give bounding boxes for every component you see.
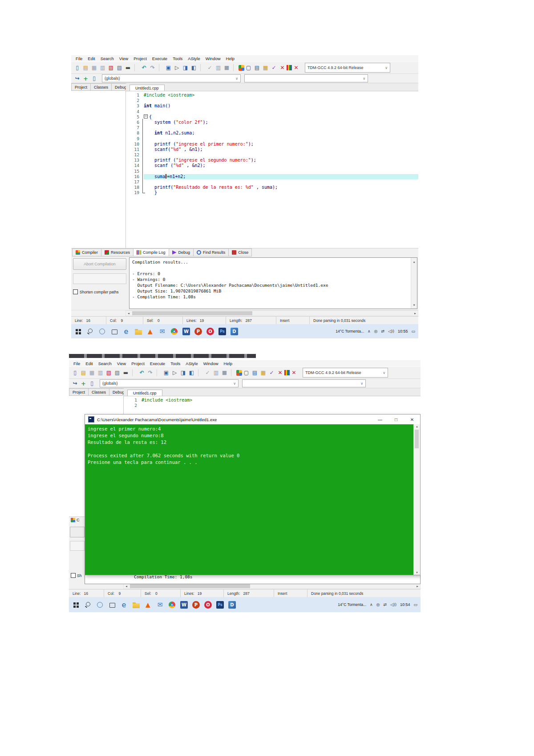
save-all-icon[interactable]: ▥ [96,369,105,377]
tray-chevron-icon[interactable]: ∧ [370,602,373,607]
add-item-icon[interactable]: + [81,74,90,82]
compiler-profile-select[interactable]: TDM-GCC 4.9.2 64-bit Release ∨ [305,63,390,73]
task-view-icon[interactable] [108,325,120,337]
code-line[interactable]: 4 [126,109,418,114]
menu-item[interactable]: Edit [83,361,95,366]
abort-icon[interactable]: ■ [222,64,231,72]
search-icon[interactable] [84,325,96,337]
scroll-down-icon[interactable]: ▼ [416,571,418,574]
redo-icon[interactable]: ↷ [148,64,157,72]
abort-icon[interactable]: ■ [220,369,229,377]
fullscreen-icon[interactable]: ▢ [244,64,253,72]
file-explorer-icon[interactable] [132,325,144,337]
code-line[interactable]: 13 printf ("ingrese el segundo numero:")… [126,158,418,163]
menu-item[interactable]: Project [129,361,147,366]
delete-profiling-icon[interactable]: ✕ [290,369,298,377]
clock[interactable]: 10:54 [400,602,410,607]
print-icon[interactable]: ▬ [124,64,132,72]
volume-icon[interactable]: ◁)) [390,602,396,607]
run-icon[interactable]: ▷ [173,64,181,72]
editor-tab-untitled1[interactable]: Untitled1.cpp [127,390,162,396]
menu-item[interactable]: View [114,361,129,366]
menu-item[interactable]: Window [203,56,223,61]
edge-icon[interactable]: e [120,325,132,337]
cortana-icon[interactable] [94,599,106,611]
new-source-icon[interactable]: ▯ [71,369,79,377]
volume-icon[interactable]: ◁)) [388,329,394,333]
print-icon[interactable]: ▬ [121,369,130,377]
scroll-left-icon[interactable]: ◄ [125,585,128,588]
scrollbar-thumb[interactable] [415,430,419,448]
close-button[interactable]: ✕ [404,415,420,424]
menu-item[interactable]: Project [131,56,150,61]
rebuild-icon[interactable]: ◧ [190,64,198,72]
code-line[interactable]: 10 printf ("ingrese el primer numero:"); [126,142,418,147]
toolbar-icon[interactable] [132,369,136,376]
redo-icon[interactable]: ↷ [146,369,154,377]
log-vertical-scrollbar[interactable]: ▲ ▼ [411,258,417,309]
code-line[interactable]: 3 int main() [126,103,418,109]
mail-icon[interactable]: ✉ [156,325,168,337]
photoshop-icon[interactable]: Ps [216,325,228,337]
scroll-right-icon[interactable]: ► [416,585,419,588]
network-icon[interactable]: ⇄ [381,329,384,333]
profile-icon[interactable]: ▥ [212,369,220,377]
minimize-all-icon[interactable]: ▦ [261,64,270,72]
cortana-icon[interactable] [96,325,108,337]
scrollbar-thumb[interactable] [130,584,250,588]
close-file-icon[interactable]: ▧ [105,369,113,377]
class-browser-select[interactable]: (globals) ∨ [100,379,239,387]
opera-icon[interactable]: O [204,325,216,337]
compiler-profile-select[interactable]: TDM-GCC 4.9.2 64-bit Release ∨ [303,368,388,378]
tab-compiler[interactable]: Compiler [72,248,101,256]
menu-item[interactable]: File [73,56,85,61]
tab-compiler-fragment[interactable]: C [77,518,80,522]
code-line[interactable]: 1 #include <iostream> [124,398,421,403]
tray-chevron-icon[interactable]: ∧ [368,329,371,333]
save-icon[interactable]: ▦ [88,369,96,377]
weather-widget[interactable]: 14°C Tormenta... [336,329,364,333]
close-all-icon[interactable]: ▨ [113,369,121,377]
shorten-paths-checkbox[interactable] [73,289,78,294]
run-icon[interactable]: ▷ [170,369,179,377]
toolbar-icon[interactable] [134,64,138,71]
window-layout-icon[interactable] [236,370,242,376]
syntax-check-icon[interactable]: ✓ [267,369,276,377]
maximize-button[interactable]: □ [388,415,404,424]
scroll-up-icon[interactable]: ▲ [416,425,418,428]
devcpp-icon[interactable]: D [226,599,238,611]
code-line[interactable]: 2 [124,403,421,408]
project-tree[interactable] [71,91,125,248]
profile-icon[interactable]: ▥ [214,64,222,72]
scroll-right-icon[interactable]: ► [414,312,417,315]
menu-item[interactable]: AStyle [185,56,202,61]
menu-item[interactable]: Execute [147,361,168,366]
code-line[interactable]: 8 int n1,n2,suma; [126,130,418,136]
code-line[interactable]: 19 } [126,190,418,195]
code-line[interactable]: 11 scanf("%d" , &n1); [126,147,418,152]
console-scrollbar[interactable]: ▲ ▼ [413,424,420,575]
close-project-icon[interactable]: ✕ [278,64,287,72]
toolbar-icon[interactable] [198,369,202,376]
chrome-icon[interactable] [166,599,178,611]
minimize-button[interactable]: — [372,415,388,424]
code-line[interactable]: 14 scanf ("%d" , &n2); [126,163,418,168]
close-project-icon[interactable]: ✕ [276,369,284,377]
notification-icon[interactable]: ▭ [411,329,415,333]
code-line[interactable]: 2 [126,98,418,103]
toolbar-icon[interactable] [233,64,237,71]
code-line[interactable]: 17 [126,179,418,185]
class-browser-icon[interactable]: ▯ [88,379,96,387]
code-line[interactable]: 16 suma=n1+n2; [126,174,418,179]
goto-declaration-icon[interactable]: ↪ [71,379,79,387]
start-button[interactable] [72,325,84,337]
vlc-icon[interactable]: ▲ [144,325,156,337]
tab-project[interactable]: Project [71,83,91,91]
code-line[interactable]: 15 [126,169,418,174]
compile-run-icon[interactable]: ◨ [179,369,187,377]
notification-icon[interactable]: ▭ [413,602,417,607]
scroll-left-icon[interactable]: ◄ [127,312,130,315]
vlc-icon[interactable]: ▲ [142,599,154,611]
menu-item[interactable]: Help [223,56,238,61]
powerpoint-icon[interactable]: P [190,599,202,611]
